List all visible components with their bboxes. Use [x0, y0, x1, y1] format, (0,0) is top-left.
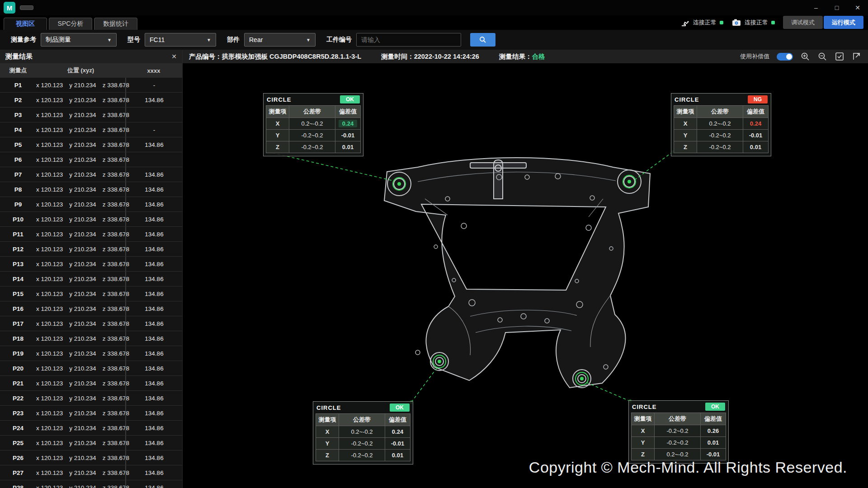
y-value: y 210.234 — [69, 469, 96, 476]
search-button[interactable] — [470, 33, 495, 47]
y-value: y 210.234 — [69, 395, 96, 402]
x-value: x 120.123 — [36, 484, 63, 488]
menu-item[interactable] — [111, 6, 124, 9]
point-measure-value: 134.86 — [125, 361, 182, 375]
menu-item[interactable] — [20, 5, 33, 10]
point-measure-value: 134.86 — [125, 137, 182, 152]
table-row[interactable]: P15 x 120.123 y 210.234 z 338.678 134.86 — [0, 286, 182, 301]
y-value: y 210.234 — [69, 305, 96, 312]
menu-item[interactable] — [89, 6, 101, 9]
tolerance-value: 0.2~-0.2 — [697, 117, 743, 129]
tab-data-statistics[interactable]: 数据统计 — [94, 18, 137, 30]
table-row[interactable]: P14 x 120.123 y 210.234 z 338.678 134.86 — [0, 272, 182, 286]
deviation-number: 0.24 — [392, 428, 403, 435]
axis-label: Y — [674, 129, 697, 141]
close-button[interactable]: ✕ — [847, 0, 868, 15]
callout-header: CIRCLE OK — [264, 94, 363, 105]
results-panel-header: 测量结果 ✕ — [0, 50, 182, 63]
minimize-button[interactable]: – — [806, 0, 826, 15]
y-value: y 210.234 — [69, 82, 96, 89]
table-row[interactable]: P10 x 120.123 y 210.234 z 338.678 134.86 — [0, 212, 182, 227]
col-tolerance: 公差带 — [697, 106, 743, 117]
col-item: 测量项 — [266, 106, 289, 117]
maximize-button[interactable]: □ — [826, 0, 847, 15]
fit-view-icon[interactable] — [835, 52, 844, 61]
callout-table-header: 测量项 公差带 偏差值 — [674, 106, 768, 117]
x-value: x 120.123 — [36, 156, 63, 163]
table-row[interactable]: P23 x 120.123 y 210.234 z 338.678 134.86 — [0, 406, 182, 421]
deviation-number: -0.01 — [391, 440, 405, 447]
point-id: P3 — [0, 112, 36, 118]
point-id: P17 — [0, 320, 36, 327]
table-row[interactable]: P16 x 120.123 y 210.234 z 338.678 134.86 — [0, 301, 182, 316]
col-tolerance: 公差带 — [339, 414, 385, 426]
table-row[interactable]: P25 x 120.123 y 210.234 z 338.678 134.86 — [0, 436, 182, 450]
table-row[interactable]: P1 x 120.123 y 210.234 z 338.678 - — [0, 78, 182, 93]
menu-item[interactable] — [43, 6, 56, 9]
callout-header: CIRCLE OK — [629, 401, 728, 413]
table-row[interactable]: P17 x 120.123 y 210.234 z 338.678 134.86 — [0, 316, 182, 331]
point-id: P4 — [0, 127, 36, 133]
table-row[interactable]: P12 x 120.123 y 210.234 z 338.678 134.86 — [0, 242, 182, 257]
fullscreen-icon[interactable] — [852, 52, 862, 61]
table-row[interactable]: P6 x 120.123 y 210.234 z 338.678 — [0, 152, 182, 167]
table-row[interactable]: P5 x 120.123 y 210.234 z 338.678 134.86 — [0, 137, 182, 152]
point-position: x 120.123 y 210.234 z 338.678 — [36, 82, 125, 89]
table-row[interactable]: P20 x 120.123 y 210.234 z 338.678 134.86 — [0, 361, 182, 376]
axis-label: Y — [266, 129, 289, 141]
callout-row: Y -0.2~0.2 -0.01 — [316, 437, 410, 449]
table-row[interactable]: P2 x 120.123 y 210.234 z 338.678 134.86 — [0, 93, 182, 108]
point-position: x 120.123 y 210.234 z 338.678 — [36, 484, 125, 488]
point-id: P24 — [0, 425, 36, 432]
zoom-out-icon[interactable] — [817, 52, 827, 61]
point-measure-value: 134.86 — [125, 212, 182, 226]
x-value: x 120.123 — [36, 97, 63, 103]
table-row[interactable]: P18 x 120.123 y 210.234 z 338.678 134.86 — [0, 331, 182, 346]
table-row[interactable]: P21 x 120.123 y 210.234 z 338.678 134.86 — [0, 376, 182, 391]
table-row[interactable]: P22 x 120.123 y 210.234 z 338.678 134.86 — [0, 391, 182, 406]
run-mode-button[interactable]: 运行模式 — [824, 16, 863, 29]
measure-ref-select[interactable]: 制品测量 ▼ — [41, 33, 117, 47]
y-value: y 210.234 — [69, 112, 96, 118]
table-row[interactable]: P11 x 120.123 y 210.234 z 338.678 134.86 — [0, 227, 182, 242]
point-measure-value: 134.86 — [125, 167, 182, 182]
callout-row: X 0.2~-0.2 0.24 — [316, 426, 410, 437]
point-id: P13 — [0, 261, 36, 267]
debug-mode-button[interactable]: 调试模式 — [783, 16, 823, 29]
deviation-value: 0.01 — [335, 141, 360, 153]
table-row[interactable]: P3 x 120.123 y 210.234 z 338.678 — [0, 108, 182, 122]
table-row[interactable]: P28 x 120.123 y 210.234 z 338.678 134.86 — [0, 480, 182, 488]
x-value: x 120.123 — [36, 291, 63, 297]
menu-item[interactable] — [66, 6, 79, 9]
table-row[interactable]: P8 x 120.123 y 210.234 z 338.678 134.86 — [0, 182, 182, 197]
col-item: 测量项 — [632, 413, 654, 425]
model-select[interactable]: FC11 ▼ — [145, 33, 216, 47]
point-id: P22 — [0, 395, 36, 402]
callout-row: Y -0.2~0.2 -0.01 — [674, 129, 768, 141]
tab-view[interactable]: 视图区 — [4, 18, 47, 30]
axis-label: X — [632, 425, 654, 436]
point-id: P16 — [0, 305, 36, 312]
table-row[interactable]: P4 x 120.123 y 210.234 z 338.678 - — [0, 122, 182, 137]
table-row[interactable]: P19 x 120.123 y 210.234 z 338.678 134.86 — [0, 346, 182, 361]
zoom-in-icon[interactable] — [800, 52, 810, 61]
point-measure-value: 134.86 — [125, 301, 182, 316]
close-icon[interactable]: ✕ — [171, 53, 177, 60]
table-row[interactable]: P7 x 120.123 y 210.234 z 338.678 134.86 — [0, 167, 182, 182]
table-row[interactable]: P13 x 120.123 y 210.234 z 338.678 134.86 — [0, 257, 182, 272]
tolerance-value: -0.2~0.2 — [697, 141, 743, 153]
tab-spc-analysis[interactable]: SPC分析 — [49, 18, 92, 30]
table-row[interactable]: P26 x 120.123 y 210.234 z 338.678 134.86 — [0, 450, 182, 465]
table-row[interactable]: P24 x 120.123 y 210.234 z 338.678 134.86 — [0, 421, 182, 436]
workpiece-input[interactable] — [356, 33, 461, 47]
3d-canvas[interactable]: CIRCLE OK 测量项 公差带 偏差值 X 0 — [183, 63, 868, 488]
copyright-text: Copyright © Mech-Mind. All Rights Reserv… — [529, 459, 847, 476]
table-row[interactable]: P9 x 120.123 y 210.234 z 338.678 134.86 — [0, 197, 182, 212]
compensation-toggle[interactable] — [777, 53, 793, 61]
callout-table: 测量项 公差带 偏差值 X 0.2~-0.2 0.24 Y — [266, 105, 361, 153]
deviation-value: 0.01 — [743, 141, 768, 153]
x-value: x 120.123 — [36, 350, 63, 357]
table-row[interactable]: P27 x 120.123 y 210.234 z 338.678 134.86 — [0, 465, 182, 480]
chevron-down-icon: ▼ — [107, 38, 112, 42]
part-select[interactable]: Rear ▼ — [244, 33, 316, 47]
